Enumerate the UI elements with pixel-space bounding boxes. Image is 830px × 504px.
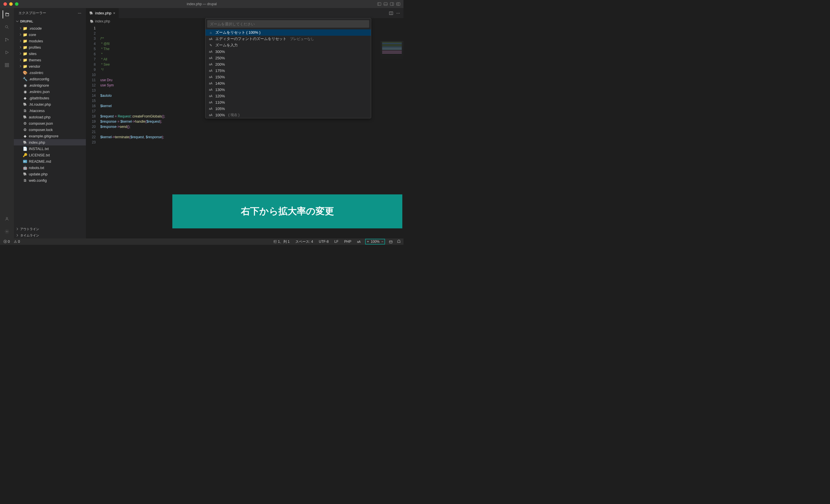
file-icon: 🎨 <box>23 71 28 75</box>
run-debug-icon[interactable] <box>3 48 11 57</box>
file-item[interactable]: 🔧.editorconfig <box>14 76 86 82</box>
file-tree: 📁.vscode📁core📁modules📁profiles📁sites📁the… <box>14 25 86 226</box>
file-item[interactable]: M↓README.md <box>14 158 86 164</box>
file-item[interactable]: 🎨.csslintrc <box>14 69 86 76</box>
quick-pick-item[interactable]: aA150% <box>205 74 371 80</box>
file-item[interactable]: 🗎.htaccess <box>14 107 86 114</box>
file-name: README.md <box>29 159 51 164</box>
file-icon: ◆ <box>23 134 28 138</box>
bell-icon[interactable] <box>396 239 401 244</box>
file-name: .ht.router.php <box>29 102 51 107</box>
folder-item[interactable]: 📁core <box>14 31 86 38</box>
line-number: 10 <box>86 72 96 77</box>
source-control-icon[interactable] <box>3 36 11 44</box>
panel-right-icon[interactable] <box>390 2 394 6</box>
quick-pick-item[interactable]: ✎ズームを入力 <box>205 42 371 48</box>
file-item[interactable]: 🗎web.config <box>14 177 86 183</box>
panel-bottom-icon[interactable] <box>383 2 388 6</box>
status-eol[interactable]: LF <box>333 240 340 244</box>
quick-pick-item[interactable]: aA175% <box>205 67 371 74</box>
tab-more-icon[interactable]: ⋯ <box>396 11 400 15</box>
quick-pick-item[interactable]: aA200% <box>205 61 371 67</box>
outline-panel[interactable]: アウトライン <box>14 226 86 232</box>
folder-item[interactable]: 📁.vscode <box>14 25 86 31</box>
zoom-value[interactable]: 100% <box>371 240 380 244</box>
file-item[interactable]: ⚙composer.json <box>14 120 86 127</box>
file-item[interactable]: ◉.eslintignore <box>14 82 86 89</box>
file-item[interactable]: 🐘update.php <box>14 171 86 177</box>
quick-pick-label: 175% <box>215 69 225 73</box>
chevron-right-icon <box>19 26 23 31</box>
tab-index-php[interactable]: 🐘 index.php × <box>86 8 119 18</box>
minimize-window[interactable] <box>9 2 13 6</box>
minimap[interactable] <box>380 41 404 61</box>
split-editor-icon[interactable] <box>389 11 393 15</box>
settings-gear-icon[interactable] <box>3 228 11 236</box>
status-warnings[interactable]: ⚠ 0 <box>13 240 21 244</box>
status-font-zoom[interactable]: aA <box>356 240 362 243</box>
quick-pick-item[interactable]: aA100%( 現在 ) <box>205 112 371 118</box>
sidebar-more-icon[interactable]: ⋯ <box>78 11 81 15</box>
folder-icon: 📁 <box>23 33 28 37</box>
file-name: INSTALL.txt <box>29 146 49 151</box>
file-item[interactable]: 🐘index.php <box>14 139 86 145</box>
status-indentation[interactable]: スペース: 4 <box>294 239 314 244</box>
file-item[interactable]: 🐘autoload.php <box>14 114 86 120</box>
file-item[interactable]: 🔑LICENSE.txt <box>14 152 86 158</box>
file-item[interactable]: ◉.eslintrc.json <box>14 89 86 95</box>
extensions-icon[interactable] <box>3 61 11 69</box>
folder-item[interactable]: 📁vendor <box>14 63 86 69</box>
quick-pick-item[interactable]: aA300% <box>205 48 371 55</box>
sidebar-header: エクスプローラー ⋯ <box>14 8 86 18</box>
quick-pick-item[interactable]: aAエディターのフォントのズームをリセットプレビューなし <box>205 36 371 42</box>
quick-pick-item[interactable]: aA105% <box>205 105 371 112</box>
line-number: 23 <box>86 140 96 145</box>
svg-rect-17 <box>5 65 7 67</box>
maximize-window[interactable] <box>15 2 19 6</box>
status-zoom-control[interactable]: + 100% − <box>365 239 385 244</box>
project-header[interactable]: DRUPAL <box>14 18 86 25</box>
file-item[interactable]: ⚙composer.lock <box>14 127 86 133</box>
quick-pick-item[interactable]: aA120% <box>205 93 371 99</box>
quick-pick-item[interactable]: aA130% <box>205 87 371 93</box>
file-item[interactable]: ◆.gitattributes <box>14 95 86 101</box>
status-encoding[interactable]: UTF-8 <box>318 240 330 244</box>
folder-item[interactable]: 📁modules <box>14 38 86 44</box>
quick-pick-item[interactable]: aA110% <box>205 99 371 105</box>
line-number: 11 <box>86 77 96 83</box>
file-item[interactable]: 📄INSTALL.txt <box>14 145 86 152</box>
svg-rect-2 <box>384 3 387 5</box>
layout-icon[interactable] <box>396 2 401 6</box>
explorer-icon[interactable] <box>3 10 11 19</box>
close-tab-icon[interactable]: × <box>113 11 115 15</box>
folder-item[interactable]: 📁profiles <box>14 44 86 51</box>
chevron-right-icon <box>15 233 20 238</box>
status-cursor-position[interactable]: 行 1、列 1 <box>272 239 291 244</box>
editor-area: 🐘 index.php × ⋯ 🐘 index.php 123456789101… <box>86 8 404 238</box>
quick-pick-label: 105% <box>215 107 225 111</box>
status-errors[interactable]: ⓧ 0 <box>2 239 11 244</box>
file-item[interactable]: ◆example.gitignore <box>14 133 86 139</box>
quick-pick-input[interactable] <box>207 20 369 28</box>
line-number: 14 <box>86 93 96 98</box>
close-window[interactable] <box>3 2 7 6</box>
accounts-icon[interactable] <box>3 215 11 223</box>
quick-pick-item[interactable]: ⌂ズームをリセット ( 100% ) <box>205 29 371 36</box>
search-icon[interactable] <box>3 23 11 31</box>
quick-pick-item[interactable]: aA250% <box>205 55 371 61</box>
zoom-out-icon[interactable]: − <box>381 240 383 244</box>
folder-item[interactable]: 📁sites <box>14 51 86 57</box>
zoom-in-icon[interactable]: + <box>367 240 369 244</box>
file-name: LICENSE.txt <box>29 153 50 157</box>
folder-item[interactable]: 📁themes <box>14 57 86 63</box>
quick-pick-item[interactable]: aA140% <box>205 80 371 87</box>
file-name: composer.lock <box>29 128 53 132</box>
file-name: .csslintrc <box>29 71 43 75</box>
notifications-icon[interactable] <box>388 239 393 244</box>
file-item[interactable]: 🤖robots.txt <box>14 164 86 171</box>
panel-left-icon[interactable] <box>377 2 382 6</box>
file-item[interactable]: 🐘.ht.router.php <box>14 101 86 107</box>
folder-icon: 📁 <box>23 26 28 31</box>
timeline-panel[interactable]: タイムライン <box>14 232 86 238</box>
status-language[interactable]: PHP <box>343 240 352 244</box>
